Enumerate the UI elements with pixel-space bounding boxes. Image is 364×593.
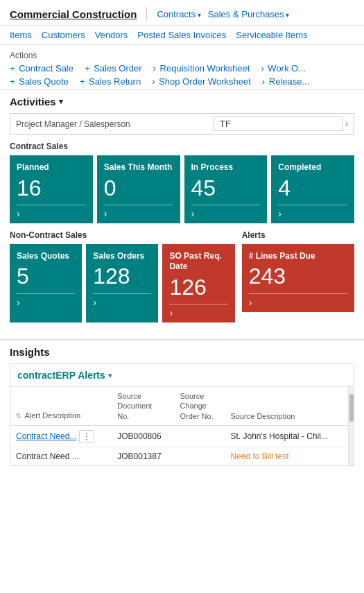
non-contract-alerts-row: Non-Contract Sales Sales Quotes 5 › Sale… [10, 230, 354, 329]
action-sales-quote[interactable]: + Sales Quote [10, 76, 69, 87]
table-header-row: ⇅ Alert Description SourceDocumentNo. So… [10, 387, 348, 425]
kpi-lines-past-due-link[interactable]: › [249, 297, 347, 308]
action-sales-quote-label: Sales Quote [19, 76, 69, 87]
kpi-sales-orders[interactable]: Sales Orders 128 › [86, 244, 158, 323]
scrollbar[interactable] [348, 387, 354, 465]
nav-customers[interactable]: Customers [42, 30, 85, 40]
activities-title-text: Activities [10, 96, 56, 108]
activities-chevron[interactable]: ▾ [59, 97, 63, 106]
filter-input[interactable] [214, 117, 343, 131]
header-nav: Contracts Sales & Purchases [157, 9, 289, 19]
actions-section: Actions + Contract Sale + Sales Order › … [0, 45, 364, 89]
contract-sales-label: Contract Sales [10, 141, 354, 151]
row1-doc: JOB000806 [112, 426, 174, 447]
kpi-sales-orders-title: Sales Orders [93, 251, 151, 262]
filter-row: Project Manager / Salesperson › [10, 113, 354, 135]
alerts-panel-chevron[interactable]: ▾ [108, 371, 112, 380]
plus-icon-2: + [85, 63, 90, 74]
action-sales-return-label: Sales Return [89, 76, 141, 87]
kpi-sales-this-month[interactable]: Sales This Month 0 › [97, 155, 180, 223]
action-shop-order-label: Shop Order Worksheet [159, 76, 251, 87]
nav-items[interactable]: Items [10, 30, 32, 40]
arrow-icon-1: › [153, 63, 156, 74]
kpi-planned-value: 16 [17, 176, 86, 200]
company-name[interactable]: Commercial Construction [10, 8, 137, 20]
non-contract-cards: Sales Quotes 5 › Sales Orders 128 › SO P… [10, 244, 235, 323]
col-source-desc-label: Source Description [230, 412, 295, 420]
action-requisition-worksheet[interactable]: › Requisition Worksheet [153, 63, 250, 74]
action-work-order[interactable]: › Work O... [261, 63, 306, 74]
kpi-so-past-req-date[interactable]: SO Past Req. Date 126 › [162, 244, 234, 323]
kpi-sales-month-link[interactable]: › [104, 208, 173, 219]
action-release[interactable]: › Release... [262, 76, 310, 87]
kpi-sales-quotes-value: 5 [17, 264, 75, 289]
kpi-completed-link[interactable]: › [278, 208, 347, 219]
secondary-nav: Items Customers Vendors Posted Sales Inv… [0, 26, 364, 45]
row2-source-desc-value: Need to Bill test [230, 452, 288, 461]
row2-doc: JOB001387 [112, 447, 174, 466]
top-header: Commercial Construction Contracts Sales … [0, 0, 364, 26]
kpi-in-process-link[interactable]: › [191, 208, 261, 219]
action-sales-return[interactable]: + Sales Return [80, 76, 141, 87]
kpi-planned-link[interactable]: › [17, 208, 86, 219]
kpi-lines-past-due-title: # Lines Past Due [249, 251, 347, 262]
sort-icon-1: ⇅ [16, 413, 21, 420]
plus-icon-3: + [10, 76, 15, 87]
kpi-sales-orders-link[interactable]: › [93, 297, 151, 308]
activities-section: Activities ▾ Project Manager / Salespers… [0, 89, 364, 339]
kpi-sales-quotes[interactable]: Sales Quotes 5 › [10, 244, 82, 323]
kpi-planned[interactable]: Planned 16 › [10, 155, 93, 223]
actions-row: + Contract Sale + Sales Order › Requisit… [10, 63, 354, 74]
nav-serviceable-items[interactable]: Serviceable Items [236, 30, 307, 40]
row2-change [174, 447, 225, 466]
col-change-order: SourceChangeOrder No. [174, 387, 225, 425]
kpi-completed-title: Completed [278, 162, 347, 173]
plus-icon: + [10, 63, 15, 74]
kpi-completed[interactable]: Completed 4 › [271, 155, 354, 223]
col-source-desc: Source Description [225, 387, 348, 425]
filter-arrow-icon[interactable]: › [345, 119, 348, 129]
header-divider [146, 7, 147, 21]
kpi-so-past-req-value: 126 [169, 275, 227, 300]
alerts-cards: # Lines Past Due 243 › [242, 244, 354, 312]
kpi-sales-month-value: 0 [104, 176, 173, 200]
row2-desc: Contract Need ... [10, 447, 112, 466]
action-shop-order-worksheet[interactable]: › Shop Order Worksheet [152, 76, 251, 87]
kpi-lines-past-due[interactable]: # Lines Past Due 243 › [242, 244, 354, 312]
non-contract-label: Non-Contract Sales [10, 230, 235, 240]
nav-sales-purchases[interactable]: Sales & Purchases [208, 9, 290, 19]
row1-action-btn[interactable]: ⋮ [79, 430, 94, 442]
action-contract-sale[interactable]: + Contract Sale [10, 63, 73, 74]
alerts-panel: contractERP Alerts ▾ ⇅ Alert Description… [10, 363, 354, 466]
action-requisition-worksheet-label: Requisition Worksheet [160, 63, 250, 74]
col-source-doc-label: SourceDocumentNo. [117, 392, 152, 420]
action-contract-sale-label: Contract Sale [19, 63, 73, 74]
arrow-icon-3: › [152, 76, 155, 87]
activities-title: Activities ▾ [10, 96, 354, 108]
row1-desc-link[interactable]: Contract Need... [16, 431, 76, 441]
col-alert-desc-label: Alert Description [24, 411, 80, 420]
row1-source-desc: St. John's Hospital - Chil... [225, 426, 348, 447]
kpi-sales-quotes-link[interactable]: › [17, 297, 75, 308]
nav-contracts[interactable]: Contracts [157, 9, 200, 19]
nav-posted-sales-invoices[interactable]: Posted Sales Invoices [137, 30, 226, 40]
arrow-icon-2: › [261, 63, 263, 74]
scroll-thumb [349, 394, 354, 422]
kpi-planned-title: Planned [17, 162, 86, 173]
action-sales-order[interactable]: + Sales Order [85, 63, 142, 74]
table-row: Contract Need... ⋮ JOB000806 St. John's … [10, 426, 348, 447]
action-release-label: Release... [269, 76, 310, 87]
actions-row-2: + Sales Quote + Sales Return › Shop Orde… [10, 76, 354, 87]
alerts-panel-header: contractERP Alerts ▾ [10, 364, 354, 387]
plus-icon-4: + [80, 76, 85, 87]
kpi-so-past-req-link[interactable]: › [169, 307, 227, 318]
nav-vendors[interactable]: Vendors [95, 30, 128, 40]
action-work-order-label: Work O... [268, 63, 306, 74]
alerts-table-wrapper: ⇅ Alert Description SourceDocumentNo. So… [10, 387, 354, 465]
kpi-so-past-req-title: SO Past Req. Date [169, 251, 227, 273]
kpi-completed-value: 4 [278, 176, 347, 200]
filter-label: Project Manager / Salesperson [16, 119, 214, 129]
kpi-in-process[interactable]: In Process 45 › [184, 155, 268, 223]
row1-change [174, 426, 225, 447]
insights-title: Insights [10, 346, 354, 358]
